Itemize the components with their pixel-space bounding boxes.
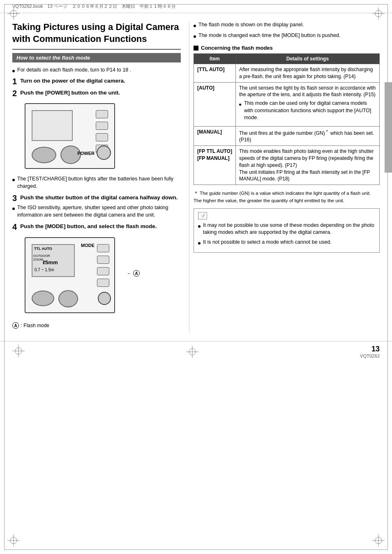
step-3-text: Push the shutter button of the digital c… bbox=[20, 194, 181, 202]
footer-code: VQT0Z62 bbox=[360, 353, 380, 358]
table-header-row: Item Details of settings bbox=[194, 54, 380, 64]
corner-bottom-left bbox=[7, 534, 20, 547]
right-bullet-2: The mode is changed each time the [MODE]… bbox=[194, 32, 380, 40]
cam2-screen: TTL AUTO OUTDOORZOOM ℓ5mm 0.7 ~ 1.5m bbox=[32, 244, 75, 277]
cam1-btn-2 bbox=[96, 122, 108, 130]
footer-crosshair-center bbox=[186, 346, 198, 358]
table-row: [FP TTL AUTO][FP MANUAL] This mode enabl… bbox=[194, 146, 380, 185]
right-sidebar-tab bbox=[385, 82, 392, 173]
cam2-mode-label: MODE bbox=[81, 243, 95, 248]
table-row: [TTL AUTO] After measuring the appropria… bbox=[194, 64, 380, 83]
step-3: 3 Push the shutter button of the digital… bbox=[12, 194, 181, 219]
cam2-dial-left bbox=[32, 291, 54, 306]
table-footnote: ＊ The guide number (GN) is a value which… bbox=[194, 190, 380, 204]
step-4-sub: TTL AUTO OUTDOORZOOM ℓ5mm 0.7 ~ 1.5m bbox=[12, 233, 181, 329]
right-column: The flash mode is shown on the display p… bbox=[189, 21, 380, 333]
step-2: 2 Push the [POWER] button on the unit. bbox=[12, 89, 181, 190]
cam1-dial-left bbox=[32, 147, 56, 163]
row-4-item: [FP TTL AUTO][FP MANUAL] bbox=[194, 146, 236, 185]
corner-top-right bbox=[372, 7, 385, 20]
cam2-value: ℓ5mm bbox=[43, 259, 58, 265]
right-intro-bullets: The flash mode is shown on the display p… bbox=[194, 21, 380, 40]
flash-modes-table: Item Details of settings [TTL AUTO] Afte… bbox=[194, 53, 380, 185]
note-bullet-1: It may not be possible to use some of th… bbox=[198, 222, 375, 236]
circle-a-annotation: ← A bbox=[127, 270, 140, 277]
header-info: VQT0Z62.book 13 ページ ２００６年６月２２日 木曜日 午前１１時… bbox=[12, 3, 176, 9]
note-bullet-2: It is not possible to select a mode whic… bbox=[198, 239, 375, 247]
row-3-detail: The unit fires at the guide number (GN)＊… bbox=[235, 126, 379, 146]
section-divider bbox=[12, 49, 181, 50]
note-icon: 📝 bbox=[198, 212, 207, 219]
black-square-icon bbox=[194, 46, 198, 51]
right-bullet-1: The flash mode is shown on the display p… bbox=[194, 21, 380, 30]
cam2-dial-right bbox=[58, 290, 78, 307]
bullet-dot-icon-3 bbox=[12, 205, 17, 212]
cam2-btn-1 bbox=[97, 244, 109, 252]
cam1-btn-3 bbox=[96, 133, 108, 141]
footer-left bbox=[12, 345, 25, 358]
step-1-number: 1 bbox=[12, 77, 17, 85]
step-2-number: 2 bbox=[12, 89, 17, 97]
cam2-power-btn bbox=[98, 292, 111, 305]
cam2-range: 0.7 ~ 1.5m bbox=[35, 268, 54, 272]
table-row: [MANUAL] The unit fires at the guide num… bbox=[194, 126, 380, 146]
row-1-item: [TTL AUTO] bbox=[194, 64, 236, 83]
note-bullet-dot-1 bbox=[198, 223, 203, 230]
table-row: [AUTO] The unit senses the light by its … bbox=[194, 82, 380, 126]
step-2-bullet: The [TEST/CHARGE] button lights after th… bbox=[12, 175, 181, 190]
right-bullet-dot-2 bbox=[194, 33, 198, 40]
step-2-text: Push the [POWER] button on the unit. bbox=[20, 89, 181, 97]
cam1-btn-1 bbox=[96, 110, 108, 118]
table-section-label: Concerning the flash modes bbox=[194, 45, 380, 51]
cam2-buttons bbox=[97, 244, 109, 287]
row-4-detail: This mode enables flash photo taking eve… bbox=[235, 146, 379, 185]
page-title: Taking Pictures using a Digital Camera w… bbox=[12, 21, 181, 45]
footer-right: 13 VQT0Z62 bbox=[360, 345, 380, 358]
col-details: Details of settings bbox=[235, 54, 379, 64]
step-4-text: Push the [MODE] button, and select the f… bbox=[20, 223, 181, 231]
page-number: 13 bbox=[371, 345, 380, 353]
bullet-dot-icon-2 bbox=[12, 176, 17, 184]
camera-diagram-2: TTL AUTO OUTDOORZOOM ℓ5mm 0.7 ~ 1.5m bbox=[25, 237, 115, 313]
cam2-btn-3 bbox=[97, 267, 109, 275]
footer-center bbox=[186, 346, 198, 358]
step-1-text: Turn on the power of the digital camera. bbox=[20, 77, 181, 85]
cam2-btn-4 bbox=[97, 279, 109, 287]
cam2-btn-2 bbox=[97, 256, 109, 264]
right-bullet-dot-1 bbox=[194, 22, 198, 30]
camera-diagram-1: POWER bbox=[25, 103, 115, 169]
section-banner: How to select the flash mode bbox=[12, 53, 181, 62]
step-3-sub: The ISO sensitivity, aperture, shutter s… bbox=[12, 204, 181, 219]
intro-bullet: For details on each flash mode, turn to … bbox=[12, 67, 181, 75]
row-1-detail: After measuring the appropriate flash in… bbox=[235, 64, 379, 83]
step-3-number: 3 bbox=[12, 194, 17, 202]
circle-a-arrow: ← bbox=[127, 271, 131, 276]
step-2-sub: POWER The [TEST/CHARGE] button lights af… bbox=[12, 99, 181, 190]
row-2-item: [AUTO] bbox=[194, 82, 236, 126]
content-area: Taking Pictures using a Digital Camera w… bbox=[0, 13, 392, 341]
step-1: 1 Turn on the power of the digital camer… bbox=[12, 77, 181, 85]
corner-top-left bbox=[7, 7, 20, 20]
cam1-screen bbox=[32, 110, 73, 141]
corner-bottom-right bbox=[372, 534, 385, 547]
step-4-number: 4 bbox=[12, 223, 17, 231]
circle-a-label: A bbox=[133, 270, 140, 277]
page-footer: 13 VQT0Z62 bbox=[0, 341, 392, 362]
note-bullet-dot-2 bbox=[198, 240, 203, 247]
row-3-item: [MANUAL] bbox=[194, 126, 236, 146]
flash-mode-text: : bbox=[21, 323, 22, 328]
cam2-ttl-label: TTL AUTO bbox=[34, 247, 52, 251]
cam1-power-btn bbox=[97, 145, 111, 160]
flash-mode-caption: A : Flash mode bbox=[12, 322, 181, 329]
step-4: 4 Push the [MODE] button, and select the… bbox=[12, 223, 181, 329]
cam1-power-label: POWER bbox=[77, 151, 95, 156]
page-header: VQT0Z62.book 13 ページ ２００６年６月２２日 木曜日 午前１１時… bbox=[0, 0, 392, 13]
col-item: Item bbox=[194, 54, 236, 64]
left-column: Taking Pictures using a Digital Camera w… bbox=[12, 21, 189, 333]
row-2-detail: The unit senses the light by its flash s… bbox=[235, 82, 379, 126]
note-box: 📝 It may not be possible to use some of … bbox=[194, 208, 380, 253]
footer-crosshair-left bbox=[12, 345, 25, 357]
circle-a-icon: A bbox=[12, 322, 19, 329]
bullet-dot-icon bbox=[12, 67, 17, 75]
